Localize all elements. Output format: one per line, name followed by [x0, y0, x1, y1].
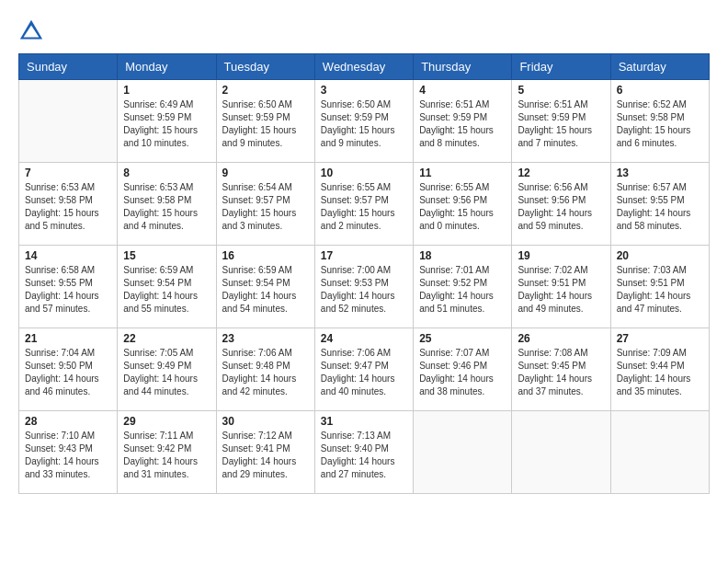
day-info: Sunrise: 7:06 AM Sunset: 9:48 PM Dayligh… [222, 347, 309, 398]
calendar-cell: 28Sunrise: 7:10 AM Sunset: 9:43 PM Dayli… [19, 411, 118, 494]
day-info: Sunrise: 7:06 AM Sunset: 9:47 PM Dayligh… [321, 347, 407, 398]
day-header-friday: Friday [512, 54, 610, 80]
page-header [18, 18, 710, 44]
calendar-cell: 30Sunrise: 7:12 AM Sunset: 9:41 PM Dayli… [216, 411, 314, 494]
calendar-cell: 22Sunrise: 7:05 AM Sunset: 9:49 PM Dayli… [118, 328, 216, 411]
calendar-cell [512, 411, 610, 494]
day-number: 1 [123, 84, 210, 97]
day-number: 24 [321, 332, 407, 345]
calendar-cell: 7Sunrise: 6:53 AM Sunset: 9:58 PM Daylig… [19, 163, 118, 246]
day-number: 17 [321, 249, 407, 262]
calendar-cell: 11Sunrise: 6:55 AM Sunset: 9:56 PM Dayli… [414, 163, 512, 246]
day-number: 27 [617, 332, 703, 345]
calendar-week-row: 7Sunrise: 6:53 AM Sunset: 9:58 PM Daylig… [19, 163, 710, 246]
day-header-wednesday: Wednesday [314, 54, 413, 80]
day-info: Sunrise: 6:52 AM Sunset: 9:58 PM Dayligh… [617, 98, 703, 150]
calendar-cell: 18Sunrise: 7:01 AM Sunset: 9:52 PM Dayli… [414, 246, 512, 328]
calendar-cell: 31Sunrise: 7:13 AM Sunset: 9:40 PM Dayli… [314, 411, 413, 494]
day-header-tuesday: Tuesday [216, 54, 314, 80]
logo [18, 18, 48, 44]
day-info: Sunrise: 7:12 AM Sunset: 9:41 PM Dayligh… [222, 430, 309, 481]
calendar-cell: 10Sunrise: 6:55 AM Sunset: 9:57 PM Dayli… [314, 163, 413, 246]
day-info: Sunrise: 7:05 AM Sunset: 9:49 PM Dayligh… [123, 347, 210, 398]
day-info: Sunrise: 7:10 AM Sunset: 9:43 PM Dayligh… [25, 430, 111, 481]
calendar-cell [414, 411, 512, 494]
day-number: 28 [25, 415, 111, 428]
day-info: Sunrise: 6:54 AM Sunset: 9:57 PM Dayligh… [222, 181, 309, 233]
day-info: Sunrise: 6:49 AM Sunset: 9:59 PM Dayligh… [123, 98, 210, 150]
calendar-cell: 6Sunrise: 6:52 AM Sunset: 9:58 PM Daylig… [610, 80, 709, 163]
day-info: Sunrise: 6:50 AM Sunset: 9:59 PM Dayligh… [222, 98, 309, 150]
day-info: Sunrise: 7:07 AM Sunset: 9:46 PM Dayligh… [419, 347, 506, 398]
calendar-header-row: SundayMondayTuesdayWednesdayThursdayFrid… [19, 54, 710, 80]
day-number: 15 [123, 249, 210, 262]
calendar-cell: 25Sunrise: 7:07 AM Sunset: 9:46 PM Dayli… [414, 328, 512, 411]
day-number: 23 [222, 332, 309, 345]
day-number: 4 [419, 84, 506, 97]
calendar-cell: 24Sunrise: 7:06 AM Sunset: 9:47 PM Dayli… [314, 328, 413, 411]
day-number: 2 [222, 84, 309, 97]
day-info: Sunrise: 6:59 AM Sunset: 9:54 PM Dayligh… [222, 264, 309, 316]
day-number: 12 [518, 167, 604, 179]
calendar-cell: 9Sunrise: 6:54 AM Sunset: 9:57 PM Daylig… [216, 163, 314, 246]
day-number: 31 [321, 415, 407, 428]
day-info: Sunrise: 6:59 AM Sunset: 9:54 PM Dayligh… [123, 264, 210, 316]
day-number: 29 [123, 415, 210, 428]
calendar-cell: 8Sunrise: 6:53 AM Sunset: 9:58 PM Daylig… [118, 163, 216, 246]
day-number: 20 [617, 249, 703, 262]
day-info: Sunrise: 6:51 AM Sunset: 9:59 PM Dayligh… [518, 98, 604, 150]
calendar-week-row: 21Sunrise: 7:04 AM Sunset: 9:50 PM Dayli… [19, 328, 710, 411]
day-number: 19 [518, 249, 604, 262]
logo-icon [18, 18, 44, 44]
day-number: 3 [321, 84, 407, 97]
day-number: 21 [25, 332, 111, 345]
calendar-cell: 14Sunrise: 6:58 AM Sunset: 9:55 PM Dayli… [19, 246, 118, 328]
day-number: 22 [123, 332, 210, 345]
day-header-thursday: Thursday [414, 54, 512, 80]
calendar-cell [610, 411, 709, 494]
day-info: Sunrise: 6:53 AM Sunset: 9:58 PM Dayligh… [123, 181, 210, 233]
calendar-cell: 4Sunrise: 6:51 AM Sunset: 9:59 PM Daylig… [414, 80, 512, 163]
calendar-cell: 12Sunrise: 6:56 AM Sunset: 9:56 PM Dayli… [512, 163, 610, 246]
day-header-saturday: Saturday [610, 54, 709, 80]
day-number: 16 [222, 249, 309, 262]
day-number: 26 [518, 332, 604, 345]
day-info: Sunrise: 6:51 AM Sunset: 9:59 PM Dayligh… [419, 98, 506, 150]
day-number: 9 [222, 167, 309, 179]
calendar-cell: 26Sunrise: 7:08 AM Sunset: 9:45 PM Dayli… [512, 328, 610, 411]
calendar-cell: 1Sunrise: 6:49 AM Sunset: 9:59 PM Daylig… [118, 80, 216, 163]
day-info: Sunrise: 6:58 AM Sunset: 9:55 PM Dayligh… [25, 264, 111, 316]
calendar-cell: 23Sunrise: 7:06 AM Sunset: 9:48 PM Dayli… [216, 328, 314, 411]
calendar-cell: 3Sunrise: 6:50 AM Sunset: 9:59 PM Daylig… [314, 80, 413, 163]
calendar-cell: 16Sunrise: 6:59 AM Sunset: 9:54 PM Dayli… [216, 246, 314, 328]
day-number: 5 [518, 84, 604, 97]
day-info: Sunrise: 7:01 AM Sunset: 9:52 PM Dayligh… [419, 264, 506, 316]
day-number: 30 [222, 415, 309, 428]
day-number: 8 [123, 167, 210, 179]
day-info: Sunrise: 6:53 AM Sunset: 9:58 PM Dayligh… [25, 181, 111, 233]
calendar-cell: 13Sunrise: 6:57 AM Sunset: 9:55 PM Dayli… [610, 163, 709, 246]
day-info: Sunrise: 7:04 AM Sunset: 9:50 PM Dayligh… [25, 347, 111, 398]
calendar-cell: 29Sunrise: 7:11 AM Sunset: 9:42 PM Dayli… [118, 411, 216, 494]
day-info: Sunrise: 7:13 AM Sunset: 9:40 PM Dayligh… [321, 430, 407, 481]
calendar-cell: 17Sunrise: 7:00 AM Sunset: 9:53 PM Dayli… [314, 246, 413, 328]
calendar-cell: 19Sunrise: 7:02 AM Sunset: 9:51 PM Dayli… [512, 246, 610, 328]
day-number: 11 [419, 167, 506, 179]
day-header-monday: Monday [118, 54, 216, 80]
day-info: Sunrise: 6:55 AM Sunset: 9:57 PM Dayligh… [321, 181, 407, 233]
day-info: Sunrise: 6:57 AM Sunset: 9:55 PM Dayligh… [617, 181, 703, 233]
calendar-cell: 21Sunrise: 7:04 AM Sunset: 9:50 PM Dayli… [19, 328, 118, 411]
calendar-cell [19, 80, 118, 163]
day-header-sunday: Sunday [19, 54, 118, 80]
calendar-week-row: 14Sunrise: 6:58 AM Sunset: 9:55 PM Dayli… [19, 246, 710, 328]
calendar-cell: 15Sunrise: 6:59 AM Sunset: 9:54 PM Dayli… [118, 246, 216, 328]
day-info: Sunrise: 7:08 AM Sunset: 9:45 PM Dayligh… [518, 347, 604, 398]
day-info: Sunrise: 6:55 AM Sunset: 9:56 PM Dayligh… [419, 181, 506, 233]
day-number: 14 [25, 249, 111, 262]
calendar-cell: 5Sunrise: 6:51 AM Sunset: 9:59 PM Daylig… [512, 80, 610, 163]
calendar-cell: 2Sunrise: 6:50 AM Sunset: 9:59 PM Daylig… [216, 80, 314, 163]
calendar-cell: 27Sunrise: 7:09 AM Sunset: 9:44 PM Dayli… [610, 328, 709, 411]
day-info: Sunrise: 7:11 AM Sunset: 9:42 PM Dayligh… [123, 430, 210, 481]
day-info: Sunrise: 6:56 AM Sunset: 9:56 PM Dayligh… [518, 181, 604, 233]
calendar-cell: 20Sunrise: 7:03 AM Sunset: 9:51 PM Dayli… [610, 246, 709, 328]
